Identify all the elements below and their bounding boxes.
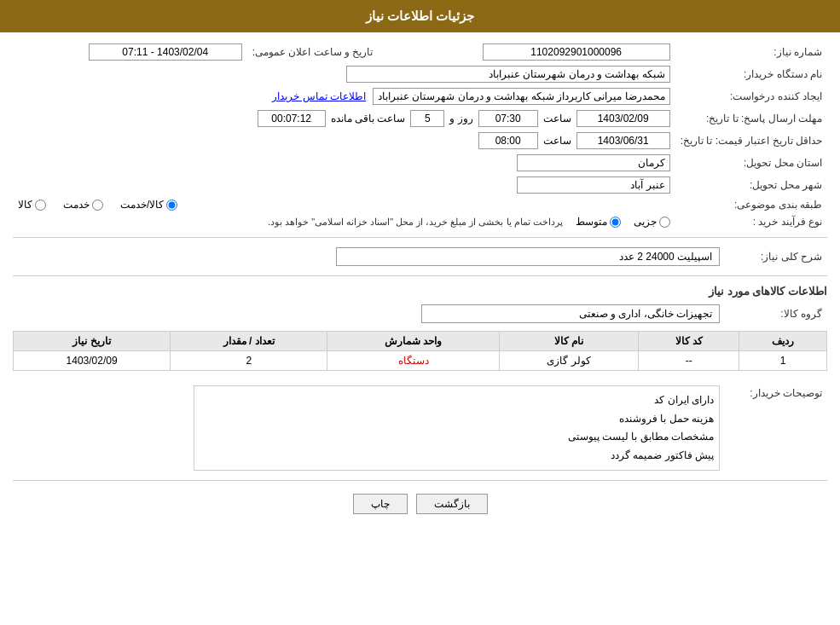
process-note: پرداخت تمام یا بخشی از مبلغ خرید، از محل… [268, 217, 563, 228]
note-line: دارای ایران کد [200, 391, 714, 410]
summary-section: شرح کلی نیاز: اسپیلیت 24000 2 عدد [13, 245, 827, 269]
send-deadline-remaining-label: ساعت باقی مانده [331, 113, 406, 124]
goods-group-value: تجهیزات خانگی، اداری و صنعتی [13, 302, 725, 326]
requester-input: محمدرضا میرانی کاربرداز شبکه بهداشت و در… [373, 88, 670, 105]
send-deadline-time: 07:30 [478, 110, 538, 127]
category-row: کالا خدمت کالا/خدمت [13, 196, 675, 213]
cell-row-num: 1 [739, 351, 827, 371]
separator-1 [13, 237, 827, 238]
send-deadline-days: 5 [410, 110, 444, 127]
radio-khedmat-input[interactable] [92, 200, 103, 211]
contact-link[interactable]: اطلاعات تماس خریدار [272, 90, 366, 102]
need-number-label: شماره نیاز: [675, 41, 827, 63]
separator-2 [13, 275, 827, 276]
radio-kala[interactable]: کالا [18, 199, 46, 211]
radio-khedmat[interactable]: خدمت [63, 199, 103, 211]
requester-label: ایجاد کننده درخواست: [675, 85, 827, 107]
price-deadline-label: حداقل تاریخ اعتبار قیمت: تا تاریخ: [675, 130, 827, 152]
buyer-notes-section: توصیحات خریدار: دارای ایران کدهزینه حمل … [13, 383, 827, 473]
buyer-org-input: شبکه بهداشت و درمان شهرستان عنبراباد [346, 66, 670, 83]
radio-jozei-input[interactable] [659, 217, 670, 228]
goods-group-input: تجهیزات خانگی، اداری و صنعتی [421, 304, 720, 323]
info-section-1: شماره نیاز: 1102092901000096 تاریخ و ساع… [13, 41, 827, 230]
note-line: هزینه حمل با فروشنده [200, 410, 714, 429]
city-value: عنبر آباد [13, 174, 675, 196]
radio-jozei-label: جزیی [634, 216, 657, 228]
process-label: نوع فرآیند خرید : [675, 213, 827, 230]
summary-label: شرح کلی نیاز: [725, 245, 827, 269]
send-deadline-label: مهلت ارسال پاسخ: تا تاریخ: [675, 107, 827, 130]
send-deadline-remaining: 00:07:12 [258, 110, 326, 127]
price-deadline-time-label: ساعت [543, 135, 571, 147]
note-line: مشخصات مطابق با لیست پیوستی [200, 428, 714, 447]
col-quantity: تعداد / مقدار [171, 332, 327, 351]
buyer-org-value: شبکه بهداشت و درمان شهرستان عنبراباد [13, 63, 675, 85]
separator-3 [13, 480, 827, 481]
radio-kala-khedmat[interactable]: کالا/خدمت [120, 199, 177, 211]
cell-quantity: 2 [171, 351, 327, 371]
announce-input: 1403/02/04 - 07:11 [89, 43, 242, 61]
goods-table: ردیف کد کالا نام کالا واحد شمارش تعداد /… [13, 331, 827, 371]
announce-value: 1403/02/04 - 07:11 [13, 41, 247, 63]
process-row: جزیی متوسط پرداخت تمام یا بخشی از مبلغ خ… [13, 213, 675, 230]
announce-label: تاریخ و ساعت اعلان عمومی: [247, 41, 392, 63]
note-line: پیش فاکتور ضمیمه گردد [200, 447, 714, 466]
cell-product-code: -- [639, 351, 739, 371]
need-number-value: 1102092901000096 [392, 41, 675, 63]
col-row-num: ردیف [739, 332, 827, 351]
radio-jozei[interactable]: جزیی [634, 216, 670, 228]
col-product-name: نام کالا [499, 332, 638, 351]
goods-group-section: گروه کالا: تجهیزات خانگی، اداری و صنعتی [13, 302, 827, 326]
city-input: عنبر آباد [517, 177, 670, 194]
goods-group-label: گروه کالا: [725, 302, 827, 326]
summary-value: اسپیلیت 24000 2 عدد [13, 245, 725, 269]
price-deadline-time: 08:00 [478, 132, 538, 149]
send-deadline-row: 1403/02/09 ساعت 07:30 روز و 5 ساعت باقی … [13, 107, 675, 130]
cell-need-date: 1403/02/09 [14, 351, 171, 371]
buyer-notes-label: توصیحات خریدار: [725, 383, 827, 473]
send-deadline-time-label: ساعت [543, 113, 571, 124]
table-row: 1 -- کولر گازی دستگاه 2 1403/02/09 [14, 351, 827, 371]
print-button[interactable]: چاپ [353, 494, 408, 514]
buyer-org-label: نام دستگاه خریدار: [675, 63, 827, 85]
summary-input: اسپیلیت 24000 2 عدد [336, 247, 720, 266]
radio-kala-khedmat-label: کالا/خدمت [120, 199, 164, 211]
radio-motevaset-input[interactable] [610, 217, 621, 228]
goods-info-title: اطلاعات کالاهای مورد نیاز [13, 285, 827, 298]
col-unit: واحد شمارش [327, 332, 500, 351]
buttons-row: بازگشت چاپ [13, 494, 827, 514]
radio-kala-input[interactable] [35, 200, 46, 211]
cell-product-name: کولر گازی [499, 351, 638, 371]
buyer-notes-value: دارای ایران کدهزینه حمل با فروشندهمشخصات… [13, 383, 725, 473]
province-input: کرمان [517, 154, 670, 171]
page-title: جزئیات اطلاعات نیاز [366, 9, 474, 23]
radio-kala-khedmat-input[interactable] [166, 200, 177, 211]
send-deadline-date: 1403/02/09 [576, 110, 670, 127]
back-button[interactable]: بازگشت [416, 494, 488, 514]
price-deadline-row: 1403/06/31 ساعت 08:00 [13, 130, 675, 152]
city-label: شهر محل تحویل: [675, 174, 827, 196]
radio-motevaset-label: متوسط [576, 216, 607, 228]
province-label: استان محل تحویل: [675, 152, 827, 174]
category-label: طبقه بندی موضوعی: [675, 196, 827, 213]
radio-kala-label: کالا [18, 199, 32, 211]
buyer-notes-box: دارای ایران کدهزینه حمل با فروشندهمشخصات… [194, 385, 720, 471]
need-number-input: 1102092901000096 [483, 43, 670, 61]
price-deadline-date: 1403/06/31 [576, 132, 670, 149]
cell-unit[interactable]: دستگاه [327, 351, 500, 371]
col-product-code: کد کالا [639, 332, 739, 351]
requester-value: محمدرضا میرانی کاربرداز شبکه بهداشت و در… [13, 85, 675, 107]
province-value: کرمان [13, 152, 675, 174]
radio-motevaset[interactable]: متوسط [576, 216, 621, 228]
send-deadline-days-label: روز و [449, 113, 472, 124]
radio-khedmat-label: خدمت [63, 199, 90, 211]
col-need-date: تاریخ نیاز [14, 332, 171, 351]
page-header: جزئیات اطلاعات نیاز [0, 0, 840, 32]
